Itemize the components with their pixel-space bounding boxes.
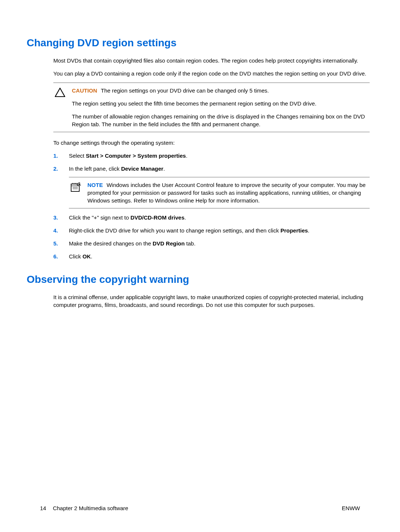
page-number: 14 (40, 504, 46, 512)
caution-label: CAUTION (72, 87, 97, 94)
section-heading-dvd-region: Changing DVD region settings (27, 36, 373, 50)
caution-line-2: The region setting you select the fifth … (72, 100, 370, 107)
step-5: Make the desired changes on the DVD Regi… (53, 240, 370, 247)
step-5-pre: Make the desired changes on the (69, 240, 153, 247)
section2-body: It is a criminal offense, under applicab… (53, 293, 370, 309)
caution-body: CAUTIONThe region settings on your DVD d… (72, 87, 370, 128)
note-body: NOTEWindows includes the User Account Co… (87, 181, 370, 204)
step-1-pre: Select (69, 153, 86, 159)
section1-body: Most DVDs that contain copyrighted files… (53, 57, 370, 260)
caution-line-3: The number of allowable region changes r… (72, 113, 370, 128)
page-footer: 14 Chapter 2 Multimedia software ENWW (40, 504, 360, 512)
note-text: Windows includes the User Account Contro… (87, 182, 366, 204)
caution-icon (53, 87, 67, 128)
section-heading-copyright: Observing the copyright warning (27, 272, 373, 287)
para-intro-1: Most DVDs that contain copyrighted files… (53, 57, 370, 64)
step-3-post: . (184, 214, 186, 221)
step-4-post: . (308, 227, 309, 234)
para-change-intro: To change settings through the operating… (53, 139, 370, 147)
caution-callout: CAUTIONThe region settings on your DVD d… (53, 83, 370, 132)
step-2-bold: Device Manager (121, 165, 163, 172)
step-2: In the left pane, click Device Manager. (53, 165, 370, 208)
step-4-pre: Right-click the DVD drive for which you … (69, 227, 280, 234)
step-1-post: . (186, 153, 187, 159)
step-1-bold: Start > Computer > System properties (86, 153, 186, 159)
note-line: NOTEWindows includes the User Account Co… (87, 181, 370, 204)
step-5-post: tab. (185, 240, 196, 247)
step-3-pre: Click the "+" sign next to (69, 214, 130, 221)
step-4: Right-click the DVD drive for which you … (53, 227, 370, 234)
step-2-post: . (163, 165, 165, 172)
steps-list: Select Start > Computer > System propert… (53, 152, 370, 260)
caution-line-1: CAUTIONThe region settings on your DVD d… (72, 87, 370, 94)
step-1: Select Start > Computer > System propert… (53, 152, 370, 160)
step-6: Click OK. (53, 252, 370, 260)
note-icon (69, 181, 82, 204)
step-5-bold: DVD Region (153, 240, 185, 247)
step-6-pre: Click (69, 253, 83, 260)
para-intro-2: You can play a DVD containing a region c… (53, 70, 370, 77)
step-4-bold: Properties (280, 227, 308, 234)
copyright-para: It is a criminal offense, under applicab… (53, 293, 370, 309)
footer-right: ENWW (342, 504, 360, 512)
chapter-label: Chapter 2 Multimedia software (53, 504, 128, 512)
note-callout: NOTEWindows includes the User Account Co… (69, 177, 370, 208)
step-6-bold: OK (83, 253, 91, 260)
step-3-bold: DVD/CD-ROM drives (130, 214, 184, 221)
step-2-pre: In the left pane, click (69, 165, 121, 172)
step-6-post: . (91, 253, 92, 260)
note-label: NOTE (87, 182, 103, 188)
footer-left: 14 Chapter 2 Multimedia software (40, 504, 128, 512)
caution-text-1: The region settings on your DVD drive ca… (101, 87, 269, 94)
step-3: Click the "+" sign next to DVD/CD-ROM dr… (53, 214, 370, 221)
